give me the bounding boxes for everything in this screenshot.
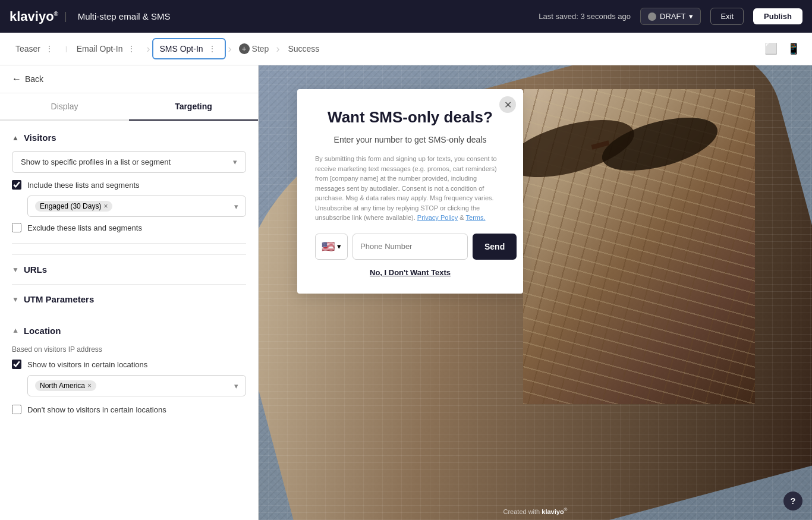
exit-button[interactable]: Exit [710, 8, 744, 25]
logo-area: klaviyo® | Multi-step email & SMS [10, 9, 171, 24]
location-toggle-icon: ▼ [12, 327, 19, 335]
visitors-label: Visitors [24, 133, 56, 143]
chevron-right-1-icon: › [146, 43, 150, 55]
utm-label: UTM Parameters [24, 294, 94, 304]
help-button[interactable]: ? [783, 491, 802, 510]
show-location-checkbox-row: Show to visitors in certain locations [12, 360, 246, 369]
logo: klaviyo® [10, 9, 58, 24]
sidebar-tabs: Display Targeting [0, 93, 258, 121]
step-teaser-label: Teaser [15, 44, 40, 53]
dont-show-location-label: Don't show to visitors in certain locati… [27, 405, 166, 414]
step-teaser-menu-icon[interactable]: ⋮ [43, 43, 56, 55]
visitors-section-header[interactable]: ▲ Visitors [12, 133, 246, 143]
exclude-label: Exclude these lists and segments [27, 223, 142, 232]
urls-toggle-icon: ▼ [12, 266, 19, 274]
step-email-menu-icon[interactable]: ⋮ [125, 43, 138, 55]
utm-section-header[interactable]: ▼ UTM Parameters [12, 284, 246, 314]
preview-area: ✕ Want SMS-only deals? Enter your number… [259, 65, 812, 520]
draft-label: DRAFT [660, 12, 685, 21]
add-step-label: Step [252, 44, 269, 53]
location-section-header[interactable]: ▼ Location [12, 316, 246, 345]
north-america-tag-chip: North America × [35, 380, 96, 391]
phone-number-input[interactable] [353, 234, 468, 260]
exclude-checkbox[interactable] [12, 223, 21, 232]
tab-display-label: Display [51, 102, 78, 111]
dont-show-location-checkbox-row: Don't show to visitors in certain locati… [12, 405, 246, 414]
include-checkbox[interactable] [12, 180, 21, 190]
location-dropdown[interactable]: North America × ▾ [27, 375, 246, 396]
sidebar: ← Back Display Targeting ▲ Visitors Show… [0, 65, 259, 520]
tab-display[interactable]: Display [0, 93, 129, 119]
divider-1: | [65, 46, 67, 52]
send-button[interactable]: Send [473, 234, 517, 260]
back-arrow-icon: ← [12, 74, 21, 84]
draft-button[interactable]: DRAFT ▾ [640, 8, 701, 25]
urls-section-header[interactable]: ▼ URLs [12, 254, 246, 284]
location-dropdown-chevron-icon: ▾ [234, 382, 238, 390]
step-sms-menu-icon[interactable]: ⋮ [206, 43, 219, 55]
klaviyo-brand-label: klaviyo [542, 508, 564, 515]
desktop-view-button[interactable]: ⬜ [762, 40, 780, 58]
visitors-dropdown[interactable]: Show to specific profiles in a list or s… [12, 151, 246, 173]
step-teaser[interactable]: Teaser ⋮ [10, 39, 62, 58]
include-dropdown-chevron-icon: ▾ [234, 202, 238, 211]
visitors-toggle-icon: ▲ [12, 134, 19, 142]
step-sms-opt-in-label: SMS Opt-In [159, 44, 203, 53]
step-email-opt-in-label: Email Opt-In [77, 44, 123, 53]
location-tag-label: North America [40, 382, 85, 390]
draft-icon [648, 12, 656, 21]
step-success-label: Success [288, 44, 319, 53]
visitors-dropdown-label: Show to specific profiles in a list or s… [21, 157, 171, 166]
location-sub-label: Based on visitors IP address [12, 345, 246, 354]
us-flag-icon: 🇺🇸 [322, 240, 335, 253]
top-nav: klaviyo® | Multi-step email & SMS Last s… [0, 0, 812, 33]
chevron-right-2-icon: › [228, 43, 232, 55]
dont-show-location-checkbox[interactable] [12, 405, 21, 414]
privacy-policy-link[interactable]: Privacy Policy [417, 214, 458, 221]
terms-link[interactable]: Terms. [466, 214, 486, 221]
back-link[interactable]: ← Back [0, 65, 258, 93]
include-segments-dropdown[interactable]: Engaged (30 Days) × ▾ [27, 196, 246, 217]
last-saved: Last saved: 3 seconds ago [539, 12, 631, 21]
add-step-icon: + [239, 43, 250, 54]
publish-button[interactable]: Publish [753, 8, 802, 24]
add-step-button[interactable]: + Step [234, 41, 274, 56]
tag-chip-remove-icon[interactable]: × [103, 202, 108, 210]
created-label: Created with [503, 508, 540, 515]
chevron-right-3-icon: › [276, 43, 279, 55]
step-sms-opt-in[interactable]: SMS Opt-In ⋮ [152, 38, 225, 59]
modal-image-panel [523, 89, 755, 404]
modal-subtitle: Enter your number to get SMS-only deals [315, 135, 505, 144]
close-icon: ✕ [504, 99, 512, 111]
view-icons: ⬜ 📱 [762, 40, 802, 58]
phone-input-row: 🇺🇸 ▾ Send [315, 234, 505, 260]
tab-targeting[interactable]: Targeting [129, 93, 258, 119]
draft-chevron-down-icon: ▾ [689, 12, 693, 21]
show-location-label: Show to visitors in certain locations [27, 360, 147, 369]
flag-chevron-icon: ▾ [337, 242, 341, 251]
sidebar-content: ▲ Visitors Show to specific profiles in … [0, 121, 258, 432]
back-label: Back [25, 74, 43, 84]
step-email-opt-in[interactable]: Email Opt-In ⋮ [71, 39, 144, 58]
decline-link[interactable]: No, I Don't Want Texts [315, 268, 505, 277]
tag-chip-label: Engaged (30 Days) [40, 202, 101, 210]
location-tag-remove-icon[interactable]: × [87, 382, 92, 390]
modal: ✕ Want SMS-only deals? Enter your number… [297, 89, 523, 294]
divider-visitors-urls [12, 243, 246, 244]
main-layout: ← Back Display Targeting ▲ Visitors Show… [0, 65, 812, 520]
country-flag-button[interactable]: 🇺🇸 ▾ [315, 234, 348, 260]
mobile-view-button[interactable]: 📱 [785, 40, 802, 58]
utm-toggle-icon: ▼ [12, 295, 19, 304]
modal-legal-text: By submitting this form and signing up f… [315, 154, 505, 223]
created-bar: Created with klaviyo® [503, 507, 567, 515]
step-success[interactable]: Success [282, 40, 325, 57]
modal-container: ✕ Want SMS-only deals? Enter your number… [297, 77, 812, 508]
urls-label: URLs [24, 264, 47, 275]
page-title: Multi-step email & SMS [78, 11, 171, 21]
modal-title: Want SMS-only deals? [315, 108, 505, 127]
tab-targeting-label: Targeting [175, 102, 212, 111]
visitors-dropdown-chevron-icon: ▾ [233, 157, 237, 166]
engaged-tag-chip: Engaged (30 Days) × [35, 201, 112, 212]
show-location-checkbox[interactable] [12, 360, 21, 369]
modal-close-button[interactable]: ✕ [499, 96, 516, 113]
